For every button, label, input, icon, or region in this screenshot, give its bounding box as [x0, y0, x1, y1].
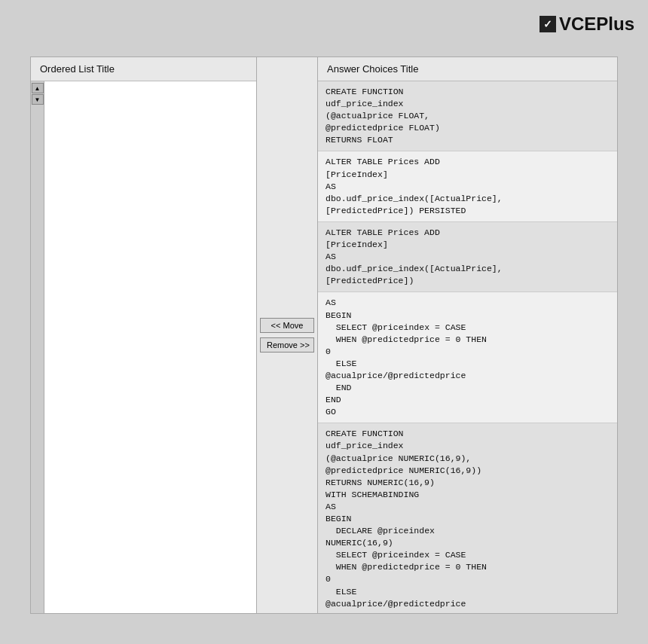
answer-item[interactable]: CREATE FUNCTION udf_price_index (@actual…: [318, 81, 617, 151]
move-left-button[interactable]: << Move: [260, 318, 314, 333]
answer-item[interactable]: CREATE FUNCTION udf_price_index (@actual…: [318, 423, 617, 613]
left-content: ▲ ▼: [31, 81, 256, 613]
answer-choices-list: CREATE FUNCTION udf_price_index (@actual…: [318, 81, 617, 613]
scroll-up-button[interactable]: ▲: [32, 83, 44, 93]
ordered-list-area: [44, 81, 256, 613]
answer-item[interactable]: AS BEGIN SELECT @priceindex = CASE WHEN …: [318, 292, 617, 423]
left-panel: Ordered List Title ▲ ▼: [31, 57, 257, 613]
middle-buttons: << Move Remove >>: [257, 57, 317, 613]
right-panel: Answer Choices Title CREATE FUNCTION udf…: [318, 57, 617, 613]
answer-item[interactable]: ALTER TABLE Prices ADD [PriceIndex] AS d…: [318, 151, 617, 221]
main-container: Ordered List Title ▲ ▼ << Move Remove >>…: [30, 56, 618, 614]
scrollbar: ▲ ▼: [31, 81, 44, 613]
logo-text: VCEPlus: [559, 14, 634, 35]
answer-choices-title: Answer Choices Title: [318, 57, 617, 81]
logo-area: ✓ VCEPlus: [539, 14, 634, 35]
logo-checkbox-icon: ✓: [539, 16, 556, 32]
scroll-down-button[interactable]: ▼: [32, 94, 44, 105]
remove-right-button[interactable]: Remove >>: [260, 337, 314, 353]
ordered-list-title: Ordered List Title: [31, 57, 256, 81]
answer-item[interactable]: ALTER TABLE Prices ADD [PriceIndex] AS d…: [318, 222, 617, 292]
